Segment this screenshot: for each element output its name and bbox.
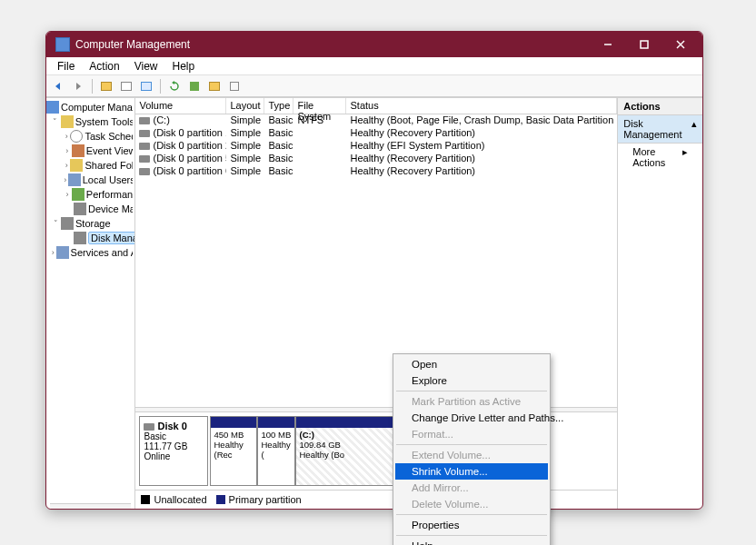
menu-view[interactable]: View <box>127 58 165 74</box>
context-menu[interactable]: OpenExploreMark Partition as ActiveChang… <box>393 353 551 545</box>
volume-row[interactable]: (Disk 0 partition 5)SimpleBasicHealthy (… <box>135 153 617 165</box>
menu-item: Add Mirror... <box>395 480 548 496</box>
volume-row[interactable]: (Disk 0 partition 1)SimpleBasicHealthy (… <box>135 127 617 140</box>
actions-section[interactable]: Disk Management▴ <box>618 115 702 144</box>
menubar: File Action View Help <box>46 57 702 75</box>
col-type[interactable]: Type <box>264 98 293 114</box>
menu-item[interactable]: Shrink Volume... <box>395 463 548 480</box>
volume-row[interactable]: (C:)SimpleBasicNTFSHealthy (Boot, Page F… <box>135 114 617 127</box>
window-title: Computer Management <box>75 38 590 51</box>
titlebar[interactable]: Computer Management <box>46 32 702 57</box>
menu-file[interactable]: File <box>50 58 82 74</box>
volume-row[interactable]: (Disk 0 partition 2)SimpleBasicHealthy (… <box>135 140 617 153</box>
col-filesystem[interactable]: File System <box>293 98 346 114</box>
navigation-tree[interactable]: Computer Management (Local ˅System Tools… <box>46 98 135 509</box>
col-volume[interactable]: Volume <box>135 98 226 114</box>
toolbar-icon[interactable] <box>206 78 223 94</box>
menu-item[interactable]: Help <box>395 538 548 545</box>
partition[interactable]: (C:)109.84 GBHealthy (Bo <box>295 416 397 486</box>
tree-device-manager[interactable]: Device Manager <box>46 202 134 216</box>
collapse-icon: ▴ <box>691 118 697 140</box>
tree-local-users[interactable]: ›Local Users and Groups <box>46 173 134 187</box>
col-layout[interactable]: Layout <box>226 98 264 114</box>
tree-splitter[interactable] <box>50 503 131 509</box>
maximize-button[interactable] <box>626 35 662 54</box>
menu-item[interactable]: Explore <box>395 372 548 389</box>
close-button[interactable] <box>662 35 699 54</box>
actions-pane: Actions Disk Management▴ More Actions▸ <box>618 98 702 509</box>
refresh-icon[interactable] <box>166 78 183 94</box>
actions-more[interactable]: More Actions▸ <box>618 144 702 171</box>
toolbar-icon[interactable] <box>186 78 203 94</box>
tree-task-scheduler[interactable]: ›Task Scheduler <box>46 129 134 144</box>
partition[interactable]: 100 MBHealthy ( <box>257 416 295 486</box>
tree-disk-management[interactable]: Disk Management <box>46 231 134 245</box>
tree-system-tools[interactable]: ˅System Tools <box>46 114 134 129</box>
tree-storage[interactable]: ˅Storage <box>46 216 134 231</box>
svg-rect-1 <box>641 41 648 48</box>
col-status[interactable]: Status <box>346 98 617 114</box>
computer-management-window: Computer Management File Action View Hel… <box>45 31 703 510</box>
tree-event-viewer[interactable]: ›Event Viewer <box>46 144 134 158</box>
menu-item: Extend Volume... <box>395 447 548 463</box>
menu-item[interactable]: Properties <box>395 517 548 533</box>
tree-performance[interactable]: ›Performance <box>46 187 134 202</box>
volume-list-header[interactable]: Volume Layout Type File System Status <box>135 98 617 114</box>
toolbar-icon[interactable] <box>226 78 243 94</box>
minimize-button[interactable] <box>590 35 626 54</box>
tree-shared-folders[interactable]: ›Shared Folders <box>46 158 134 173</box>
toolbar <box>46 75 702 97</box>
legend-primary-swatch <box>216 495 225 504</box>
toolbar-icon[interactable] <box>98 78 114 94</box>
menu-item[interactable]: Open <box>395 356 548 372</box>
partition[interactable]: 450 MBHealthy (Rec <box>210 416 257 486</box>
menu-item: Format... <box>395 426 548 442</box>
volume-row[interactable]: (Disk 0 partition 6)SimpleBasicHealthy (… <box>135 165 617 178</box>
back-button[interactable] <box>50 78 66 94</box>
disk-icon <box>144 423 154 431</box>
menu-help[interactable]: Help <box>165 58 203 74</box>
menu-action[interactable]: Action <box>82 58 126 74</box>
tree-root[interactable]: Computer Management (Local <box>46 100 134 114</box>
actions-header: Actions <box>618 98 702 115</box>
legend-unallocated-swatch <box>141 495 150 504</box>
tree-services-apps[interactable]: ›Services and Applications <box>46 245 134 260</box>
app-icon <box>55 37 70 52</box>
forward-button[interactable] <box>70 78 86 94</box>
menu-item: Mark Partition as Active <box>395 393 548 410</box>
chevron-right-icon: ▸ <box>682 146 688 168</box>
menu-item[interactable]: Change Drive Letter and Paths... <box>395 410 548 426</box>
toolbar-icon[interactable] <box>118 78 134 94</box>
disk-header[interactable]: Disk 0 Basic 111.77 GB Online <box>139 416 208 486</box>
menu-item: Delete Volume... <box>395 496 548 512</box>
toolbar-icon[interactable] <box>138 78 154 94</box>
